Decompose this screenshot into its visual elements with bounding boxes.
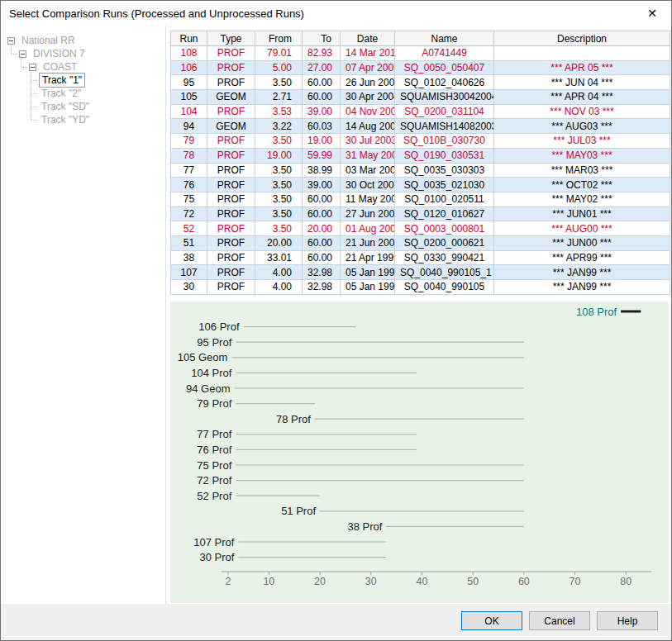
cell-from: 2.71 <box>255 90 303 105</box>
cell-to: 27.00 <box>303 60 341 75</box>
table-row-run-52[interactable]: 52PROF3.5020.0001 Aug 2000SQ_0003_000801… <box>171 221 670 236</box>
cell-type: PROF <box>207 75 255 90</box>
column-header-from[interactable]: From <box>255 31 303 46</box>
tree-item-division-7[interactable]: DIVISION 7 <box>1 47 165 60</box>
tree-item-track-2[interactable]: Track "2" <box>1 87 165 100</box>
cell-from: 3.22 <box>255 119 303 134</box>
column-header-description[interactable]: Description <box>494 31 670 46</box>
cell-type: PROF <box>207 265 255 280</box>
chart-run-label: 94 Geom <box>186 382 230 395</box>
cell-to: 39.00 <box>303 178 341 192</box>
cell-name: A0741449 <box>395 46 494 61</box>
table-row-run-105[interactable]: 105GEOM2.7160.0030 Apr 2004SQUAMISH30042… <box>171 90 670 105</box>
table-row-run-107[interactable]: 107PROF4.0032.9805 Jan 1999SQ_0040_99010… <box>171 265 670 280</box>
cell-run: 95 <box>171 75 207 90</box>
cell-run: 105 <box>171 90 207 105</box>
column-header-name[interactable]: Name <box>395 31 494 46</box>
cell-description: *** NOV 03 *** <box>494 104 670 119</box>
cell-run: 94 <box>171 119 207 134</box>
close-icon[interactable]: ✕ <box>633 1 671 26</box>
cell-description: *** MAY02 *** <box>494 192 670 207</box>
tree-connector <box>31 80 37 81</box>
tree-item-label: COAST <box>41 60 79 74</box>
table-row-run-78[interactable]: 78PROF19.0059.9931 May 2003SQ_0190_03053… <box>171 148 670 163</box>
table-row-run-79[interactable]: 79PROF3.5019.0030 Jul 2003SQ_010B_030730… <box>171 134 670 149</box>
cell-name: SQ_0190_030531 <box>395 148 494 163</box>
cell-run: 75 <box>171 192 207 207</box>
cell-name: SQ_0200_031104 <box>395 104 494 119</box>
cell-to: 60.00 <box>303 90 341 105</box>
cell-date: 30 Apr 2004 <box>341 90 395 105</box>
chart-run-label: 52 Prof <box>197 490 231 502</box>
help-button[interactable]: Help <box>597 611 658 630</box>
table-row-run-95[interactable]: 95PROF3.5060.0026 Jun 2004SQ_0102_040626… <box>171 75 670 90</box>
column-header-date[interactable]: Date <box>341 31 395 46</box>
table-row-run-72[interactable]: 72PROF3.5060.0027 Jun 2001SQ_0120_010627… <box>171 207 670 221</box>
x-axis-tick-label: 20 <box>314 576 326 587</box>
tree-item-track-1[interactable]: Track "1" <box>1 74 165 87</box>
table-row-run-75[interactable]: 75PROF3.5060.0011 May 2002SQ_0100_020511… <box>171 192 670 207</box>
column-header-type[interactable]: Type <box>207 31 255 46</box>
tree-connector <box>21 67 27 68</box>
cell-type: PROF <box>207 163 255 178</box>
column-header-run[interactable]: Run <box>171 31 207 46</box>
chart-run-label: 30 Prof <box>199 551 234 563</box>
tree-item-track-sd[interactable]: Track "SD" <box>1 100 165 113</box>
cell-name: SQUAMISH140820030 <box>395 119 494 134</box>
cell-date: 11 May 2002 <box>341 192 395 207</box>
collapse-icon[interactable] <box>7 37 15 45</box>
tree-connector <box>31 93 37 94</box>
cell-description: *** JUL03 *** <box>494 134 670 149</box>
cell-to: 32.98 <box>303 280 341 295</box>
chart-area: 108 Prof106 Prof95 Prof105 Geom104 Prof9… <box>170 302 669 603</box>
cell-type: PROF <box>207 207 255 221</box>
table-row-run-30[interactable]: 30PROF4.0032.9805 Jan 1999SQ_0040_990105… <box>171 280 670 295</box>
table-row-run-94[interactable]: 94GEOM3.2260.0314 Aug 2003SQUAMISH140820… <box>171 119 670 134</box>
cell-from: 33.01 <box>255 250 303 265</box>
cell-type: PROF <box>207 221 255 236</box>
cell-name: SQ_010B_030730 <box>395 134 494 149</box>
collapse-icon[interactable] <box>19 50 26 58</box>
cell-description: *** APR 05 *** <box>494 60 670 75</box>
collapse-icon[interactable] <box>29 64 36 71</box>
cell-date: 05 Jan 1999 <box>341 265 395 280</box>
cell-to: 60.00 <box>303 192 341 207</box>
runs-table: RunTypeFromToDateNameDescription 108PROF… <box>170 31 670 295</box>
cell-date: 21 Jun 2000 <box>341 235 395 250</box>
cell-date: 14 Mar 2016 <box>341 46 395 61</box>
chart-run-label: 51 Prof <box>281 505 316 517</box>
cell-description: *** MAY03 *** <box>494 148 670 163</box>
cell-from: 3.50 <box>255 178 303 192</box>
tree-item-national-rr[interactable]: National RR <box>1 34 165 47</box>
table-row-run-106[interactable]: 106PROF5.0027.0007 Apr 2005SQ_0050_05040… <box>171 60 670 75</box>
tree-item-label: Track "SD" <box>39 100 92 113</box>
cell-date: 01 Aug 2000 <box>341 221 395 236</box>
cell-to: 60.00 <box>303 207 341 221</box>
x-axis-tick-label: 70 <box>570 576 581 587</box>
column-header-to[interactable]: To <box>303 31 341 46</box>
tree-connector <box>31 120 37 121</box>
cell-from: 3.50 <box>255 75 303 90</box>
cell-to: 59.99 <box>303 148 341 163</box>
cell-run: 107 <box>171 265 207 280</box>
chart-run-label: 105 Geom <box>178 351 228 363</box>
chart-run-label: 78 Prof <box>276 413 311 425</box>
table-row-run-76[interactable]: 76PROF3.5039.0030 Oct 2002SQ_0035_021030… <box>171 178 670 192</box>
cell-run: 77 <box>171 163 207 178</box>
table-row-run-108[interactable]: 108PROF79.0182.9314 Mar 2016A0741449 <box>171 46 670 61</box>
titlebar: Select Comparison Runs (Processed and Un… <box>1 1 671 26</box>
cell-from: 19.00 <box>255 148 303 163</box>
cancel-button[interactable]: Cancel <box>529 611 590 630</box>
cell-run: 51 <box>171 235 207 250</box>
table-row-run-51[interactable]: 51PROF20.0060.0021 Jun 2000SQ_0200_00062… <box>171 235 670 250</box>
cell-date: 03 Mar 2003 <box>341 163 395 178</box>
tree-item-track-yd[interactable]: Track "YD" <box>1 113 165 126</box>
tree-item-coast[interactable]: COAST <box>1 60 165 74</box>
ok-button[interactable]: OK <box>461 611 522 630</box>
cell-description: *** JUN01 *** <box>494 207 670 221</box>
cell-type: PROF <box>207 250 255 265</box>
table-row-run-77[interactable]: 77PROF3.5038.9903 Mar 2003SQ_0035_030303… <box>171 163 670 178</box>
main-content: RunTypeFromToDateNameDescription 108PROF… <box>166 26 671 604</box>
table-row-run-38[interactable]: 38PROF33.0160.0021 Apr 1999SQ_0330_99042… <box>171 250 670 265</box>
table-row-run-104[interactable]: 104PROF3.5339.0004 Nov 2003SQ_0200_03110… <box>171 104 670 119</box>
